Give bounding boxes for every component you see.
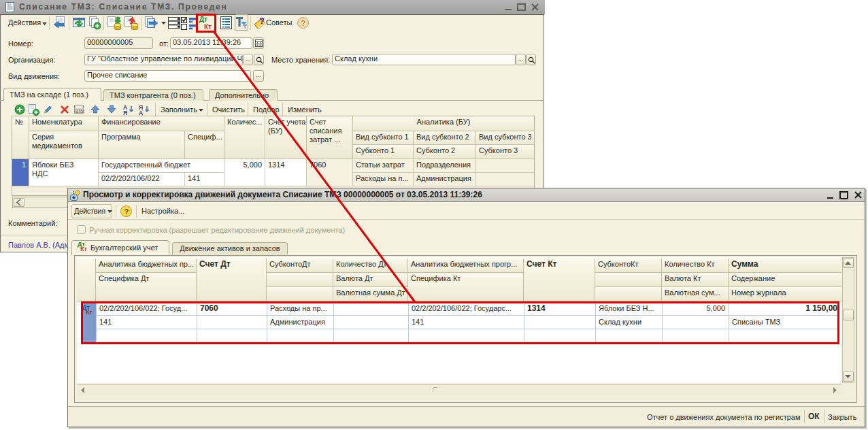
- svg-text:БЛОК: БЛОК: [76, 110, 84, 114]
- svg-text:?: ?: [124, 208, 129, 216]
- svg-text:?: ?: [259, 16, 265, 26]
- svg-text:Я: Я: [123, 110, 127, 116]
- svg-text:А: А: [139, 110, 143, 116]
- svg-text:?: ?: [301, 19, 305, 27]
